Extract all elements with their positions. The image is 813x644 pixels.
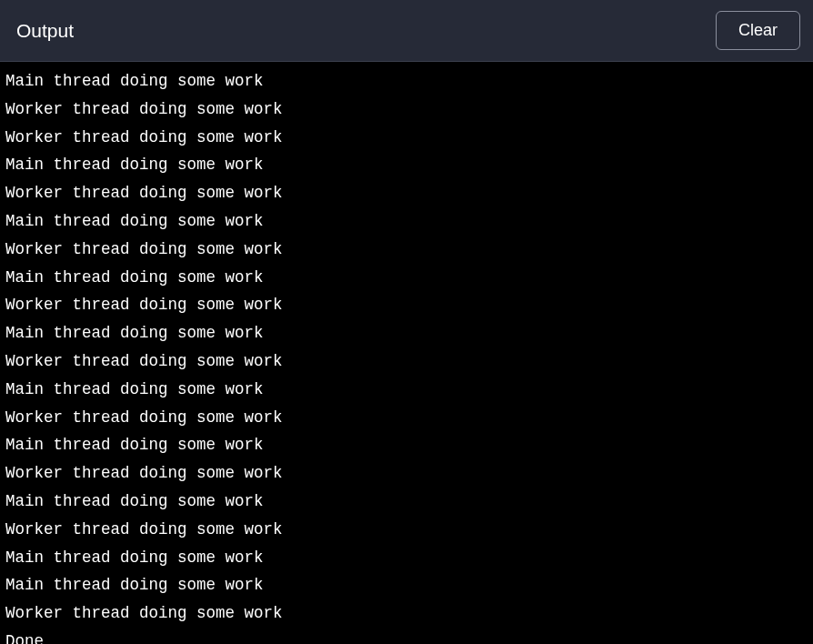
output-line: Worker thread doing some work bbox=[5, 124, 808, 152]
output-line: Worker thread doing some work bbox=[5, 404, 808, 432]
output-line: Worker thread doing some work bbox=[5, 516, 808, 544]
output-line: Done bbox=[5, 628, 808, 644]
output-line: Main thread doing some work bbox=[5, 319, 808, 347]
output-line: Main thread doing some work bbox=[5, 264, 808, 292]
output-header: Output Clear bbox=[0, 0, 813, 62]
output-line: Worker thread doing some work bbox=[5, 347, 808, 376]
output-line: Worker thread doing some work bbox=[5, 179, 808, 207]
output-line: Main thread doing some work bbox=[5, 571, 808, 599]
output-line: Main thread doing some work bbox=[5, 67, 808, 96]
output-line: Main thread doing some work bbox=[5, 207, 808, 236]
output-line: Worker thread doing some work bbox=[5, 599, 808, 628]
output-area: Main thread doing some workWorker thread… bbox=[0, 62, 813, 644]
output-line: Worker thread doing some work bbox=[5, 236, 808, 264]
output-line: Worker thread doing some work bbox=[5, 96, 808, 124]
output-line: Main thread doing some work bbox=[5, 151, 808, 179]
output-line: Worker thread doing some work bbox=[5, 459, 808, 488]
output-line: Main thread doing some work bbox=[5, 376, 808, 404]
output-line: Main thread doing some work bbox=[5, 431, 808, 459]
output-line: Main thread doing some work bbox=[5, 488, 808, 516]
output-line: Main thread doing some work bbox=[5, 544, 808, 572]
output-line: Worker thread doing some work bbox=[5, 291, 808, 319]
clear-button[interactable]: Clear bbox=[716, 11, 800, 50]
panel-title: Output bbox=[16, 20, 74, 42]
